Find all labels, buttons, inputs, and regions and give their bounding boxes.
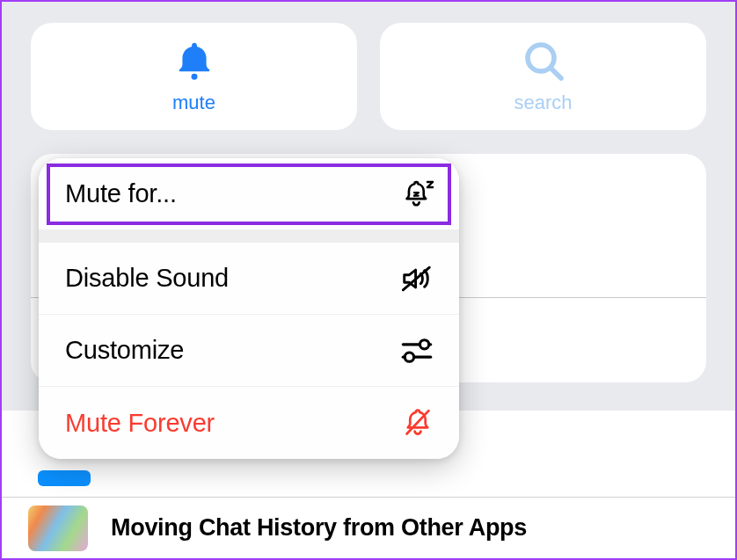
speaker-mute-icon [399, 263, 434, 295]
mute-button[interactable]: mute [31, 23, 357, 130]
svg-point-11 [420, 339, 428, 348]
svg-line-2 [551, 68, 561, 78]
menu-item-mute-for[interactable]: Mute for... [39, 158, 459, 230]
blue-chip [38, 470, 91, 486]
search-button[interactable]: search [380, 23, 706, 130]
menu-item-label: Mute for... [65, 179, 177, 208]
top-actions-row: mute search [31, 23, 706, 130]
svg-point-0 [191, 74, 197, 80]
mute-button-label: mute [172, 91, 215, 114]
menu-item-label: Disable Sound [65, 264, 229, 293]
chat-list-row[interactable]: Moving Chat History from Other Apps [2, 497, 735, 558]
mute-context-menu: Mute for... Disable Sound [39, 158, 459, 459]
menu-item-disable-sound[interactable]: Disable Sound [39, 243, 459, 315]
bell-icon [175, 39, 214, 83]
menu-separator [39, 230, 459, 243]
menu-item-label: Mute Forever [65, 409, 215, 438]
menu-item-mute-forever[interactable]: Mute Forever [39, 387, 459, 459]
menu-item-customize[interactable]: Customize [39, 315, 459, 387]
search-icon [522, 39, 565, 83]
chat-title: Moving Chat History from Other Apps [111, 514, 527, 542]
chat-thumbnail [28, 505, 88, 551]
menu-item-label: Customize [65, 336, 184, 365]
bell-off-icon [401, 407, 434, 439]
search-button-label: search [514, 91, 572, 114]
sliders-icon [399, 337, 434, 365]
snooze-bell-icon [399, 178, 434, 210]
svg-point-13 [405, 353, 413, 361]
